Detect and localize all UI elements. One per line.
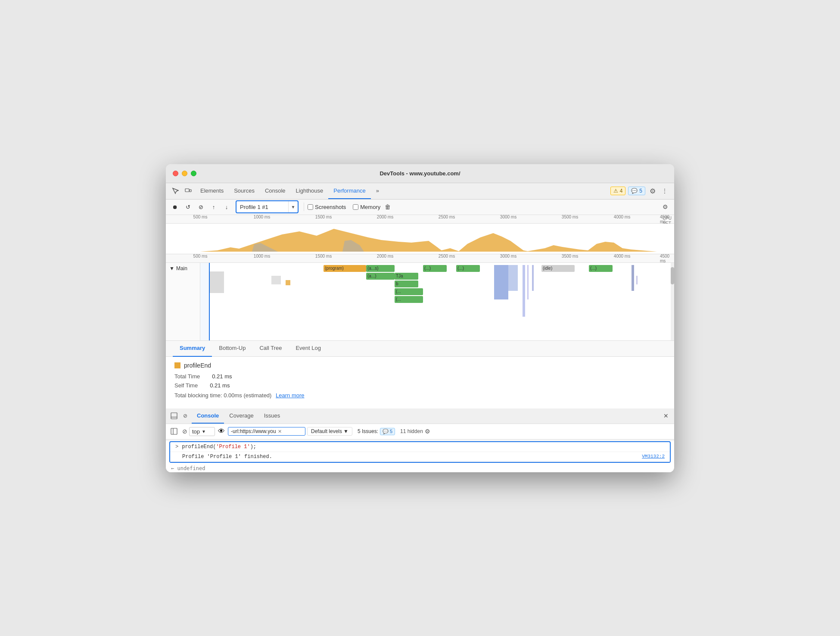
scrollbar-thumb[interactable]	[671, 267, 674, 284]
tab-console[interactable]: Console	[260, 183, 291, 199]
flame-bar-dots3[interactable]: (...)	[589, 265, 613, 272]
minimize-button[interactable]	[182, 171, 187, 176]
flame-bar-a2[interactable]: (a...)	[366, 273, 395, 280]
profile-dropdown-arrow[interactable]: ▼	[288, 201, 298, 212]
collapse-arrow-icon[interactable]: ▼	[169, 265, 174, 271]
event-name: profileEnd	[184, 362, 211, 369]
ruler-label-500: 500 ms	[193, 215, 208, 220]
more-tabs-button[interactable]: »	[371, 183, 384, 199]
upload-button[interactable]: ↑	[208, 201, 219, 212]
ruler-label-1000: 1000 ms	[254, 215, 270, 220]
selection-overlay	[200, 263, 210, 340]
inspect-icon[interactable]	[169, 185, 181, 197]
tab-performance[interactable]: Performance	[328, 183, 370, 199]
flame-bar-dots5[interactable]: (...	[395, 296, 423, 303]
cpu-net-chart[interactable]	[166, 224, 674, 254]
flame-bar-dots2[interactable]: (...)	[456, 265, 480, 272]
console-input-row: > profileEnd('Profile 1');	[170, 442, 670, 452]
tab-elements[interactable]: Elements	[195, 183, 229, 199]
blue-block-1	[494, 265, 508, 299]
cpu-chart-svg	[200, 224, 674, 254]
reload-button[interactable]: ↺	[182, 201, 193, 212]
tab-event-log[interactable]: Event Log	[289, 340, 328, 357]
tab-console-panel[interactable]: Console	[192, 408, 224, 424]
console-output: > profileEnd('Profile 1'); Profile 'Prof…	[166, 441, 674, 472]
self-time-row: Self Time 0.21 ms	[174, 382, 666, 389]
flame-ruler-4500: 4500 ms	[660, 254, 669, 264]
svg-rect-1	[190, 190, 191, 192]
eye-icon[interactable]: 👁	[217, 427, 226, 436]
code-suffix: );	[250, 444, 256, 450]
hidden-count[interactable]: 11 hidden	[400, 428, 423, 434]
filter-input[interactable]: -url:https://www.you ✕	[228, 427, 305, 436]
self-time-label: Self Time	[174, 382, 198, 389]
flame-ruler-1000: 1000 ms	[254, 254, 270, 259]
tab-call-tree[interactable]: Call Tree	[252, 340, 289, 357]
timeline-area: 500 ms 1000 ms 1500 ms 2000 ms 2500 ms 3…	[166, 215, 674, 254]
total-time-value: 0.21 ms	[212, 373, 232, 380]
trash-icon[interactable]: 🗑	[385, 203, 391, 210]
cpu-label: CPU	[663, 216, 672, 221]
console-output-row: Profile 'Profile 1' finished. VM3132:2	[170, 452, 670, 462]
performance-toolbar: ⏺ ↺ ⊘ ↑ ↓ Profile 1 #1 ▼ Screenshots Mem…	[166, 200, 674, 215]
vertical-scrollbar[interactable]	[671, 263, 674, 340]
console-no-icon[interactable]: ⊘	[182, 428, 187, 435]
console-prompt-icon: >	[175, 444, 178, 450]
event-color-indicator	[174, 362, 180, 368]
ruler-label-2000: 2000 ms	[377, 215, 393, 220]
thin-bar-1	[523, 265, 525, 317]
download-button[interactable]: ↓	[221, 201, 232, 212]
flame-ruler-3000: 3000 ms	[500, 254, 516, 259]
memory-checkbox[interactable]	[353, 204, 358, 210]
message-icon: 💬	[631, 188, 638, 194]
close-button[interactable]	[173, 171, 178, 176]
flame-bar-idle[interactable]: (idle)	[541, 265, 575, 272]
profile-name-input[interactable]: Profile 1 #1	[236, 203, 288, 211]
console-result: ← undefined	[166, 465, 674, 472]
settings-gear-icon[interactable]: ⚙	[647, 185, 659, 197]
more-menu-icon[interactable]: ⋮	[659, 185, 671, 197]
flame-ruler-1500: 1500 ms	[315, 254, 332, 259]
tab-issues[interactable]: Issues	[259, 408, 286, 424]
flame-chart[interactable]: (program) (a...s) (...) (...) (idle) (..…	[200, 263, 674, 340]
capture-settings-icon[interactable]: ⚙	[660, 201, 671, 212]
flame-ruler-3500: 3500 ms	[562, 254, 578, 259]
console-panel-tabs: ⊘ Console Coverage Issues ✕	[166, 408, 674, 424]
warning-badge[interactable]: ⚠ 4	[610, 187, 626, 195]
flame-bar-b[interactable]: b	[395, 281, 418, 287]
total-time-label: Total Time	[174, 373, 200, 380]
issues-button[interactable]: 5 Issues: 💬 5	[354, 427, 398, 436]
tab-sources[interactable]: Sources	[229, 183, 260, 199]
tab-lighthouse[interactable]: Lighthouse	[291, 183, 329, 199]
filter-clear-icon[interactable]: ✕	[278, 429, 282, 434]
drawer-icon[interactable]	[169, 411, 179, 421]
device-toolbar-icon[interactable]	[182, 185, 194, 197]
yellow-tiny-bar	[286, 280, 290, 285]
flame-bar-as[interactable]: (a...s)	[366, 265, 395, 272]
console-source-link[interactable]: VM3132:2	[642, 454, 665, 459]
log-levels-dropdown[interactable]: Default levels ▼	[307, 427, 352, 436]
flame-bar-tja[interactable]: TJa	[395, 273, 418, 280]
context-dropdown-icon[interactable]: ▼	[202, 429, 206, 434]
summary-tabs: Summary Bottom-Up Call Tree Event Log	[166, 340, 674, 357]
message-badge[interactable]: 💬 5	[628, 187, 645, 195]
learn-more-link[interactable]: Learn more	[276, 392, 304, 399]
maximize-button[interactable]	[191, 171, 196, 176]
record-button[interactable]: ⏺	[169, 201, 180, 212]
flame-bar-program[interactable]: (program)	[324, 265, 366, 272]
screenshots-checkbox[interactable]	[308, 204, 313, 210]
close-console-button[interactable]: ✕	[661, 411, 671, 421]
tab-coverage[interactable]: Coverage	[224, 408, 258, 424]
no-icon[interactable]: ⊘	[180, 411, 190, 421]
flame-bar-dots1[interactable]: (...)	[423, 265, 447, 272]
tab-summary[interactable]: Summary	[173, 340, 212, 357]
flame-ruler: 500 ms 1000 ms 1500 ms 2000 ms 2500 ms 3…	[166, 254, 674, 263]
context-selector[interactable]: top ▼	[189, 427, 215, 436]
flame-bar-dots4[interactable]: (...	[395, 288, 423, 295]
console-settings-icon[interactable]: ⚙	[425, 428, 430, 435]
tab-bottom-up[interactable]: Bottom-Up	[212, 340, 252, 357]
sidebar-toggle-icon[interactable]	[169, 427, 179, 436]
clear-button[interactable]: ⊘	[195, 201, 206, 212]
event-row: profileEnd	[174, 362, 666, 369]
flame-ruler-4000: 4000 ms	[614, 254, 630, 259]
